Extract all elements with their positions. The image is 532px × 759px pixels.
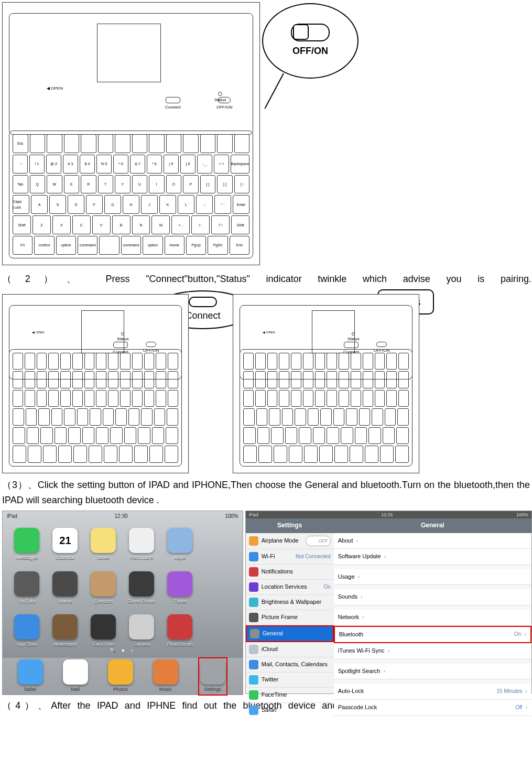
sidebar-item[interactable]: Brightness & Wallpaper [246, 595, 334, 610]
sidebar-item-general[interactable]: General [246, 625, 334, 642]
chevron-right-icon: › [524, 630, 526, 639]
key: P [183, 175, 199, 194]
app-icon[interactable]: Newsstand [49, 614, 81, 648]
key: E [64, 175, 80, 194]
chevron-right-icon: › [356, 536, 358, 546]
key: % 5 [96, 155, 112, 174]
sidebar-item[interactable]: Safari [246, 703, 334, 717]
keyboard-keys [240, 349, 412, 467]
settings-row[interactable]: iPad Cover Lock / UnlockON [334, 716, 531, 717]
settings-app-icon[interactable]: Settings [198, 657, 227, 695]
app-icon [202, 571, 234, 605]
app-icon[interactable]: App Store [11, 614, 43, 648]
settings-row[interactable]: Spotlight Search› [334, 664, 531, 680]
key: L [178, 195, 194, 214]
key: Shift [13, 215, 31, 234]
key: End [230, 236, 249, 255]
sidebar-item-value: Not Connected [296, 552, 331, 561]
settings-row-icon [249, 613, 258, 622]
status-label: Status [348, 332, 360, 343]
chevron-right-icon: › [358, 572, 360, 582]
settings-row[interactable]: Sounds› [334, 589, 531, 605]
dock-app-icon[interactable]: Music [153, 659, 178, 693]
key [183, 134, 199, 153]
settings-row-label: Network [338, 613, 359, 622]
toggle[interactable]: OFF [306, 536, 331, 546]
sidebar-item[interactable]: Picture Frame [246, 610, 334, 625]
settings-row-label: Sounds [338, 592, 357, 602]
sidebar-item-label: Airplane Mode [262, 536, 299, 546]
connect-button-icon [189, 297, 217, 307]
key: option [56, 236, 76, 255]
sidebar-item[interactable]: Location ServicesOn [246, 580, 334, 595]
key: ! 1 [29, 155, 45, 174]
chevron-right-icon: › [383, 667, 385, 676]
open-label: ◀ OPEN [263, 330, 275, 335]
key: J [141, 195, 158, 214]
key: G [104, 195, 121, 214]
settings-row[interactable]: Auto-Lock15 Minutes› [334, 684, 531, 700]
key: Esc [13, 134, 28, 153]
dock-app-icon[interactable]: Photos [108, 659, 133, 693]
app-icon[interactable]: Game Center [126, 571, 158, 605]
key [234, 134, 250, 153]
app-icon[interactable]: Messages [11, 528, 43, 561]
app-icon[interactable]: Contacts [88, 571, 120, 605]
sidebar-item-label: Picture Frame [262, 613, 298, 622]
settings-row[interactable]: Software Update› [334, 549, 531, 565]
key [149, 134, 165, 153]
settings-row-icon [249, 675, 258, 685]
app-icon[interactable]: Photo Booth [164, 614, 196, 648]
key: W [47, 175, 62, 194]
sidebar-item[interactable]: Wi-FiNot Connected [246, 549, 334, 565]
sidebar-item-label: Twitter [262, 675, 278, 685]
sidebar-item[interactable]: Notifications [246, 565, 334, 580]
key: & 7 [130, 155, 145, 174]
ipad-home-screenshot: iPad 12:30 100% Messages21CalendarNotesR… [2, 511, 243, 695]
app-icon[interactable]: iTunes [164, 571, 196, 605]
key: $ 4 [80, 155, 95, 174]
app-icon[interactable]: FaceTime [88, 614, 120, 648]
dock-app-icon[interactable]: Mail [63, 659, 88, 693]
key: # 3 [63, 155, 78, 174]
app-icon[interactable]: Notes [88, 528, 120, 561]
settings-row[interactable]: Network› [334, 610, 531, 626]
sidebar-item[interactable]: FaceTime [246, 688, 334, 703]
settings-row-bluetooth[interactable]: BluetoothOn› [334, 626, 531, 644]
settings-row[interactable]: Passcode LockOff› [334, 700, 531, 716]
key: ? / [211, 215, 230, 234]
sidebar-item-label: iCloud [262, 645, 278, 654]
sidebar-item[interactable]: Twitter [246, 673, 334, 688]
settings-row[interactable]: Usage› [334, 569, 531, 585]
key: Y [115, 175, 131, 194]
key: Tab [13, 175, 28, 194]
settings-row-icon [249, 690, 258, 700]
settings-row[interactable]: About› [334, 533, 531, 549]
key: N [132, 215, 150, 234]
app-icon[interactable]: 21Calendar [49, 528, 81, 561]
settings-row[interactable]: iTunes Wi-Fi Sync› [334, 643, 531, 659]
chevron-right-icon: › [388, 646, 390, 656]
keyboard-fig-top: ◀ OPEN Status Connect OFF/ON Esc ` ~! 1@… [2, 2, 260, 265]
app-icon[interactable]: Videos [49, 571, 81, 605]
sidebar-item[interactable]: Airplane ModeOFF [246, 533, 334, 549]
app-icon[interactable]: Camera [126, 614, 158, 648]
sidebar-item[interactable]: Mail, Contacts, Calendars [246, 657, 334, 673]
app-icon [202, 614, 234, 648]
sidebar-item-value: On [323, 583, 330, 591]
app-icon[interactable]: YouTube [11, 571, 43, 605]
settings-row-label: Spotlight Search [338, 667, 381, 676]
key [166, 134, 182, 153]
key: : ; [196, 195, 213, 214]
app-icon[interactable]: Reminders [126, 528, 158, 561]
key: Enter [233, 195, 249, 214]
settings-row-icon [249, 552, 258, 561]
app-icon[interactable]: Maps [164, 528, 196, 561]
dock-app-icon[interactable]: Safari [18, 659, 43, 693]
key [64, 134, 80, 153]
sidebar-item[interactable]: iCloud [246, 642, 334, 657]
callout-line [264, 73, 284, 109]
settings-row-icon [249, 582, 258, 592]
dock: SafariMailPhotosMusicSettings [3, 658, 243, 695]
settings-row-icon [249, 598, 258, 607]
